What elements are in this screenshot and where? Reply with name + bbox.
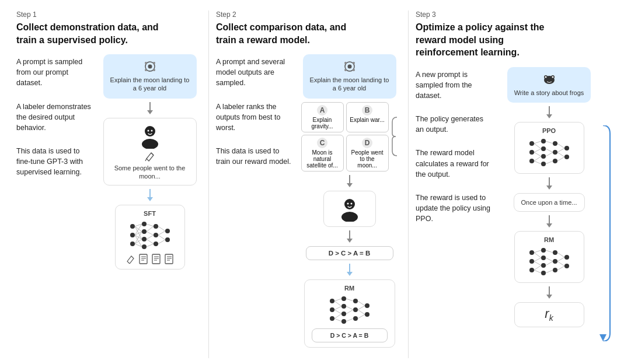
svg-rect-52 [165,254,173,264]
step2-title: Collect comparison data, and train a rew… [216,21,368,46]
step1-content: A prompt is sampled from our prompt data… [16,54,201,358]
step1-prompt-text: Explain the moon landing to a 6 year old [110,76,190,93]
pencil-icon [145,151,155,162]
ppo-nn-icon [526,136,573,169]
svg-point-65 [350,202,352,204]
arrow5 [347,264,353,276]
arrow9 [546,286,552,299]
step1-text2: A labeler demonstrates the desired outpu… [16,102,92,133]
svg-point-96 [552,76,553,78]
compare-C: C Moon is natural satellite of... [301,135,344,172]
person2-icon [337,196,362,222]
svg-point-125 [529,268,534,272]
svg-line-109 [534,141,541,144]
svg-point-20 [154,233,158,237]
svg-point-17 [142,237,147,242]
rk-label: r [545,306,549,321]
step3-rk-card: rk [514,302,584,327]
step1-prompt-card: Explain the moon landing to a 6 year old [103,54,197,99]
svg-line-85 [346,306,353,310]
svg-line-142 [546,258,553,261]
arrow1 [147,102,153,114]
step1-labeler-card: Some people went to the moon... [103,118,197,186]
svg-point-58 [344,62,347,64]
step3-text2: The policy generates an output. [416,114,491,135]
sft-nn-icon [127,219,173,251]
compare-C-text: Moon is natural satellite of... [306,149,337,169]
svg-line-36 [147,232,154,235]
svg-line-121 [557,152,564,157]
svg-point-75 [353,316,358,321]
svg-point-95 [545,76,546,78]
svg-rect-48 [152,254,160,264]
rm2-label: RM [544,236,554,243]
svg-point-72 [341,319,346,324]
step2-text2: A labeler ranks the outputs from best to… [216,102,292,133]
sft-label: SFT [144,210,156,217]
svg-line-91 [358,314,365,318]
svg-line-35 [147,226,154,232]
step1-title: Collect demonstration data, and train a … [16,21,168,46]
svg-line-119 [557,144,564,148]
svg-line-40 [158,226,165,231]
step2-content: A prompt and several model outputs are s… [216,54,401,358]
svg-point-100 [541,139,546,144]
svg-line-82 [334,314,341,318]
letter-D: D [362,138,372,148]
svg-point-70 [341,304,346,309]
step3-output-card: Once upon a time... [514,193,585,212]
step1-diagram: Explain the moon landing to a 6 year old [98,54,201,358]
letter-C: C [317,138,327,148]
svg-line-43 [158,240,165,244]
svg-line-84 [346,299,353,301]
svg-point-124 [529,259,534,264]
svg-point-132 [553,268,557,272]
step3-label: Step 3 [416,10,601,19]
svg-point-131 [553,259,557,264]
brace-icon [391,116,398,157]
svg-line-145 [557,253,564,257]
svg-line-42 [158,235,165,240]
step2-rm-card: RM [304,279,395,348]
svg-point-64 [347,202,348,204]
step3-title: Optimize a policy against the reward mod… [416,21,567,59]
svg-point-99 [529,159,534,163]
arrow6 [546,106,552,118]
svg-point-104 [553,141,557,146]
svg-point-101 [541,146,546,151]
step2-text1: A prompt and several model outputs are s… [216,57,292,88]
rk-sub: k [549,314,553,323]
letter-B: B [362,105,372,116]
svg-point-60 [344,69,347,71]
svg-point-62 [344,199,355,209]
svg-line-32 [135,239,142,244]
rm-nn-icon [326,294,373,326]
svg-point-71 [341,312,346,316]
svg-line-111 [534,149,541,152]
svg-point-9 [151,130,152,131]
film2-icon [341,60,358,73]
svg-rect-44 [140,254,147,264]
step1-text1: A prompt is sampled from our prompt data… [16,57,92,88]
svg-line-140 [534,270,541,273]
svg-point-98 [529,150,534,155]
svg-line-79 [334,301,341,306]
svg-point-15 [142,222,147,226]
svg-line-11 [145,159,147,161]
svg-point-7 [142,139,158,149]
svg-point-108 [564,155,569,159]
svg-point-106 [553,159,557,163]
step3-ppo-card: PPO [514,122,584,174]
step3-text1: A new prompt is sampled from the dataset… [416,69,491,101]
svg-point-57 [347,65,351,69]
svg-line-38 [147,239,154,244]
svg-line-78 [334,299,341,301]
compare-D: D People went to the moon... [346,135,389,172]
step2-labeler-card [323,191,376,227]
svg-line-136 [534,253,541,258]
svg-point-67 [330,307,334,312]
compare-grid: A Explain gravity... B Explain war... C … [301,102,389,172]
step3-texts: A new prompt is sampled from the dataset… [416,67,491,358]
svg-point-16 [142,229,147,234]
step1-column: Step 1 Collect demonstration data, and t… [9,10,209,358]
